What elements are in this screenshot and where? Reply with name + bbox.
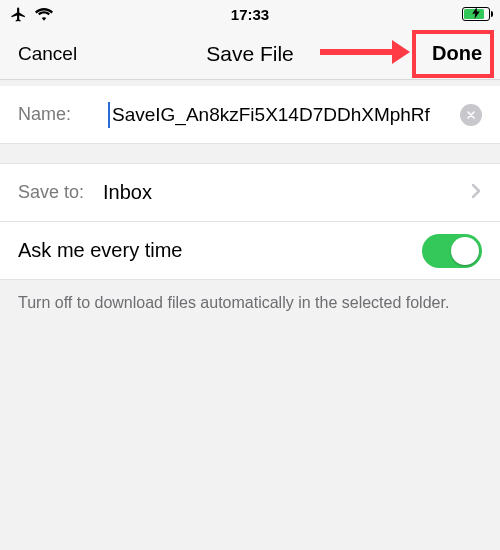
navigation-bar: Cancel Save File Done bbox=[0, 28, 500, 80]
cancel-button[interactable]: Cancel bbox=[18, 43, 77, 65]
name-label: Name: bbox=[18, 104, 108, 125]
charging-bolt-icon bbox=[472, 7, 480, 21]
filename-input[interactable] bbox=[108, 102, 452, 128]
clear-text-button[interactable] bbox=[460, 104, 482, 126]
save-to-label: Save to: bbox=[18, 182, 103, 203]
save-to-value: Inbox bbox=[103, 181, 152, 204]
page-title: Save File bbox=[206, 42, 294, 66]
chevron-right-icon bbox=[470, 182, 482, 204]
done-button[interactable]: Done bbox=[432, 42, 482, 64]
status-left bbox=[10, 6, 53, 23]
airplane-mode-icon bbox=[10, 6, 27, 23]
section-gap bbox=[0, 144, 500, 164]
save-to-row[interactable]: Save to: Inbox bbox=[0, 164, 500, 222]
status-bar: 17:33 bbox=[0, 0, 500, 28]
wifi-icon bbox=[35, 7, 53, 21]
status-time: 17:33 bbox=[231, 6, 269, 23]
ask-every-time-label: Ask me every time bbox=[18, 239, 182, 262]
name-row: Name: bbox=[0, 86, 500, 144]
battery-icon bbox=[462, 7, 490, 21]
toggle-knob bbox=[451, 237, 479, 265]
status-right bbox=[462, 7, 490, 21]
ask-every-time-row: Ask me every time bbox=[0, 222, 500, 280]
footer-description: Turn off to download files automatically… bbox=[0, 280, 500, 326]
close-icon bbox=[466, 110, 476, 120]
ask-every-time-toggle[interactable] bbox=[422, 234, 482, 268]
